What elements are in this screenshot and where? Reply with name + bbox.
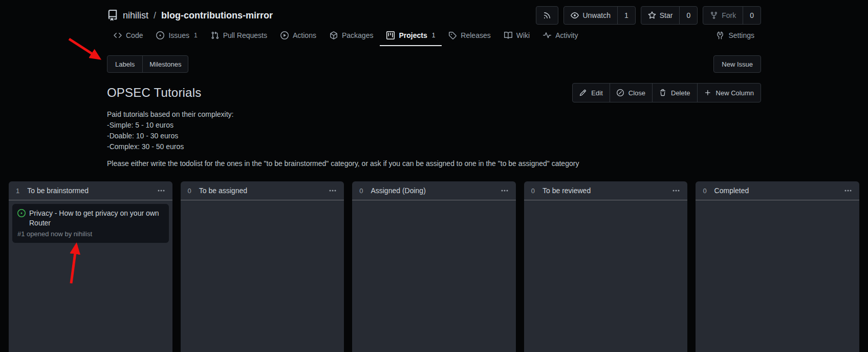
column-body: Privacy - How to get privacy on your own…	[9, 200, 172, 246]
star-label: Star	[660, 11, 673, 19]
column-title: To be assigned	[199, 187, 321, 195]
repo-icon	[107, 10, 118, 21]
labels-button[interactable]: Labels	[107, 56, 142, 72]
delete-label: Delete	[671, 89, 690, 97]
delete-button[interactable]: Delete	[652, 84, 697, 102]
tab-settings[interactable]: Settings	[709, 28, 761, 46]
column-count: 0	[188, 187, 191, 195]
kebab-menu-icon[interactable]	[329, 187, 337, 195]
kebab-menu-icon[interactable]	[501, 187, 509, 195]
tab-actions[interactable]: Actions	[274, 28, 323, 46]
tab-packages[interactable]: Packages	[323, 28, 380, 46]
description-line: -Simple: 5 - 10 euros	[107, 120, 761, 131]
tab-releases[interactable]: Releases	[442, 28, 497, 46]
project-title-row: OPSEC Tutorials Edit Close Delete New Co…	[107, 83, 761, 102]
column-body	[696, 200, 859, 208]
board-column-assigned-doing: 0 Assigned (Doing)	[352, 181, 516, 352]
column-header: 1 To be brainstormed	[9, 181, 172, 200]
open-issue-icon	[17, 209, 26, 219]
tab-label: Code	[126, 31, 143, 39]
new-column-label: New Column	[716, 89, 754, 97]
watch-button-group: Unwatch 1	[563, 6, 635, 25]
tab-wiki[interactable]: Wiki	[497, 28, 536, 46]
tab-activity[interactable]: Activity	[536, 28, 584, 46]
tag-icon	[448, 31, 457, 39]
column-header: 0 Completed	[696, 181, 859, 200]
kebab-menu-icon[interactable]	[672, 187, 680, 195]
repo-owner-link[interactable]: nihilist	[123, 10, 148, 21]
close-button[interactable]: Close	[610, 84, 652, 102]
board-column-to-be-brainstormed: 1 To be brainstormed Privacy - How to ge…	[9, 181, 172, 352]
column-body	[524, 200, 688, 208]
issue-card[interactable]: Privacy - How to get privacy on your own…	[12, 204, 169, 243]
project-actions-group: Edit Close Delete New Column	[572, 83, 761, 102]
tab-label: Actions	[293, 31, 316, 39]
milestones-button[interactable]: Milestones	[142, 56, 188, 72]
tab-label: Issues	[168, 31, 189, 39]
kebab-menu-icon[interactable]	[844, 187, 852, 195]
tab-issues[interactable]: Issues 1	[149, 28, 204, 46]
column-body	[352, 200, 516, 208]
description-line: Paid tutorials based on their complexity…	[107, 109, 761, 120]
repo-nav: Code Issues 1 Pull Requests Actions Pack…	[0, 28, 868, 46]
star-button[interactable]: Star	[641, 7, 680, 24]
watch-count[interactable]: 1	[617, 7, 635, 24]
project-board: 1 To be brainstormed Privacy - How to ge…	[0, 181, 868, 352]
fork-label: Fork	[722, 11, 736, 19]
tab-label: Packages	[342, 31, 373, 39]
eye-icon	[571, 11, 579, 19]
column-title: Assigned (Doing)	[371, 187, 492, 195]
column-title: To be reviewed	[542, 187, 664, 195]
new-column-button[interactable]: New Column	[697, 84, 761, 102]
description-line: -Complex: 30 - 50 euros	[107, 141, 761, 152]
package-icon	[330, 31, 338, 39]
board-column-completed: 0 Completed	[696, 181, 859, 352]
tab-pull-requests[interactable]: Pull Requests	[204, 28, 274, 46]
column-count: 1	[16, 187, 19, 195]
tools-icon	[716, 31, 724, 39]
tab-label: Settings	[728, 31, 754, 39]
pull-request-icon	[211, 31, 219, 39]
fork-icon	[710, 11, 718, 19]
rss-icon	[543, 11, 551, 19]
breadcrumb: nihilist / blog-contributions-mirror	[107, 10, 273, 21]
board-column-to-be-reviewed: 0 To be reviewed	[524, 181, 688, 352]
column-body	[181, 200, 344, 208]
circle-slash-icon	[617, 89, 624, 96]
column-count: 0	[359, 187, 363, 195]
issue-opened-icon	[156, 31, 164, 39]
repo-name-link[interactable]: blog-contributions-mirror	[161, 10, 273, 21]
kebab-menu-icon[interactable]	[157, 187, 165, 195]
description-note: Please either write the todolist for the…	[107, 158, 761, 169]
fork-button[interactable]: Fork	[703, 7, 743, 24]
pulse-icon	[543, 31, 551, 39]
column-count: 0	[531, 187, 535, 195]
tab-count-badge: 1	[432, 32, 436, 39]
edit-button[interactable]: Edit	[573, 84, 609, 102]
star-count[interactable]: 0	[679, 7, 697, 24]
unwatch-label: Unwatch	[582, 11, 610, 19]
column-header: 0 Assigned (Doing)	[352, 181, 516, 200]
project-toolbar: Labels Milestones New Issue	[107, 55, 761, 73]
project-description: Paid tutorials based on their complexity…	[107, 109, 761, 169]
column-header: 0 To be assigned	[181, 181, 344, 200]
tab-label: Pull Requests	[223, 31, 267, 39]
labels-milestones-group: Labels Milestones	[107, 55, 188, 73]
project-board-icon	[386, 31, 395, 39]
play-circle-icon	[280, 31, 289, 39]
tab-label: Activity	[555, 31, 578, 39]
breadcrumb-separator: /	[154, 10, 156, 21]
rss-button[interactable]	[536, 6, 558, 25]
unwatch-button[interactable]: Unwatch	[564, 7, 617, 24]
tab-code[interactable]: Code	[107, 28, 149, 46]
fork-count[interactable]: 0	[743, 7, 761, 24]
star-button-group: Star 0	[641, 6, 698, 25]
tab-projects[interactable]: Projects 1	[380, 28, 442, 46]
trash-icon	[659, 89, 666, 96]
book-icon	[504, 31, 512, 39]
star-icon	[648, 11, 656, 19]
fork-button-group: Fork 0	[703, 6, 761, 25]
new-issue-button[interactable]: New Issue	[713, 55, 761, 73]
tab-label: Releases	[461, 31, 490, 39]
tab-label: Projects	[399, 31, 427, 39]
